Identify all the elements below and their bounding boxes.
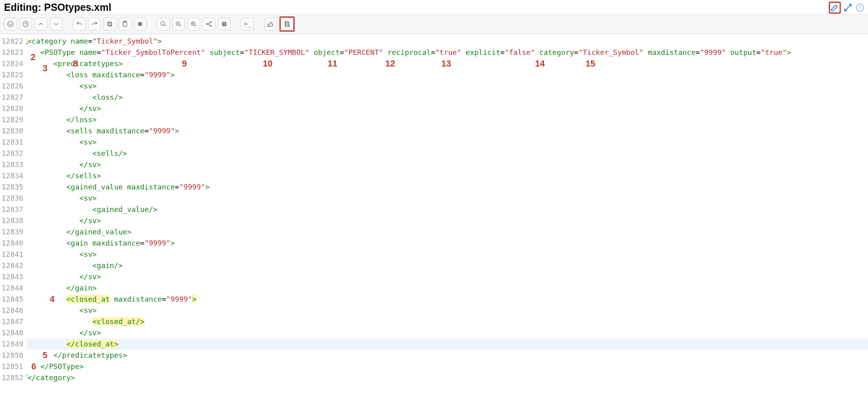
undo-icon[interactable] [73,18,86,30]
code-line[interactable]: <sv> [26,193,868,204]
line-number: 12844 [2,282,23,294]
annotation-callout: 13 [441,58,451,69]
line-number: 12842 [2,260,23,271]
code-line[interactable]: </category> [26,372,868,383]
code-line[interactable]: <category name="Ticker_Symbol"> [26,36,868,47]
code-line[interactable]: <sv> [26,81,868,92]
code-line[interactable]: <closed_at/> [26,316,868,327]
code-line[interactable]: </sv> [26,103,868,114]
code-line[interactable]: <gained_value maxdistance="9999"> [26,181,868,193]
search-icon[interactable] [157,18,170,30]
svg-point-9 [161,22,165,25]
share-icon[interactable] [203,18,215,30]
stop-icon[interactable] [134,18,147,30]
code-line[interactable]: <sells/> [26,148,868,159]
chevron-up-icon[interactable] [34,18,47,30]
help-icon[interactable]: ? [855,3,865,12]
line-number: 12850 [2,350,23,361]
annotation-callout: 11 [328,58,337,69]
line-number: 12841 [2,249,23,260]
redo-icon[interactable] [88,18,101,30]
code-line[interactable]: </sv> [26,271,868,282]
code-line[interactable]: </predicatetypes> [26,350,868,361]
expand-icon[interactable] [843,3,853,12]
line-number: 12829 [2,114,23,125]
line-number: 12840 [2,238,23,249]
line-number: 12825 [2,69,23,81]
svg-text:?: ? [858,5,861,11]
svg-rect-8 [139,22,142,26]
code-line[interactable]: </gain> [26,282,868,294]
code-line[interactable]: <PSOType name="Ticker_SymbolToPercent" s… [26,47,868,58]
line-number: 12848 [2,327,23,339]
annotation-callout: 10 [263,58,272,69]
svg-rect-16 [268,24,269,26]
line-number: 12839 [2,226,23,238]
svg-point-12 [207,24,208,25]
svg-point-2 [8,21,13,27]
code-line[interactable]: <sv> [26,249,868,260]
annotation-callout: 2 [30,52,35,63]
zoom-out-icon[interactable] [172,18,185,30]
code-line[interactable]: <sells maxdistance="9999"> [26,125,868,137]
chevron-down-icon[interactable] [50,18,62,30]
annotation-callout: 7 [26,372,27,383]
copy-icon[interactable] [103,18,116,30]
code-line[interactable]: <gain maxdistance="9999"> [26,238,868,249]
annotation-callout: 6 [31,361,36,372]
annotation-callout: 1 [26,36,28,47]
code-line[interactable]: <sv> [26,305,868,316]
code-line[interactable]: <sv> [26,137,868,148]
svg-rect-4 [108,23,112,26]
svg-point-14 [210,25,211,26]
top-right-controls: ? [829,2,865,14]
scroll-down-circle-icon[interactable] [4,18,17,30]
zoom-in-icon[interactable] [187,18,200,30]
svg-rect-17 [286,22,288,23]
annotation-callout: 12 [385,58,395,69]
line-number-gutter: 1282212823128241282512826128271282812829… [0,34,26,385]
terminal-icon[interactable]: >_ [241,18,254,30]
code-line[interactable]: </PSOType> [26,361,868,372]
paste-icon[interactable] [119,18,131,30]
line-number: 12828 [2,103,23,114]
line-number: 12845 [2,294,23,305]
line-number: 12835 [2,181,23,193]
export-icon[interactable] [218,18,231,30]
line-number: 12849 [2,339,23,350]
line-number: 12822 [2,36,23,47]
editor[interactable]: 1282212823128241282512826128271282812829… [0,34,868,385]
code-line[interactable]: </closed_at> [26,339,868,350]
code-line[interactable]: </loss> [26,114,868,125]
annotation-callout: 5 [42,350,47,361]
scroll-up-circle-icon[interactable] [19,18,32,30]
annotation-callout: 4 [50,294,54,305]
code-line[interactable]: <closed_at maxdistance="9999"> [26,294,868,305]
svg-rect-18 [286,24,288,26]
svg-point-3 [23,21,28,27]
code-line[interactable]: </sv> [26,327,868,339]
line-number: 12833 [2,159,23,170]
annotation-callout: 9 [182,58,187,69]
code-line[interactable]: </gained_value> [26,226,868,238]
line-number: 12852 [2,372,23,383]
annotation-callout: 3 [42,63,47,74]
code-line[interactable]: </sells> [26,170,868,181]
line-number: 12827 [2,92,23,103]
svg-point-13 [210,22,211,23]
toolbar: >_ [0,14,868,34]
code-line[interactable]: </sv> [26,159,868,170]
code-line[interactable]: <loss maxdistance="9999"> [26,69,868,81]
code-line[interactable]: </sv> [26,215,868,226]
code-line[interactable]: <loss/> [26,92,868,103]
edit-icon[interactable] [829,2,841,14]
line-number: 12851 [2,361,23,372]
save-icon[interactable] [281,18,293,30]
line-number: 12847 [2,316,23,327]
code-line[interactable]: <gained_value/> [26,204,868,215]
line-number: 12846 [2,305,23,316]
line-number: 12831 [2,137,23,148]
thumbs-up-icon[interactable] [264,18,277,30]
code-area[interactable]: <category name="Ticker_Symbol"> <PSOType… [26,34,868,385]
code-line[interactable]: <gain/> [26,260,868,271]
